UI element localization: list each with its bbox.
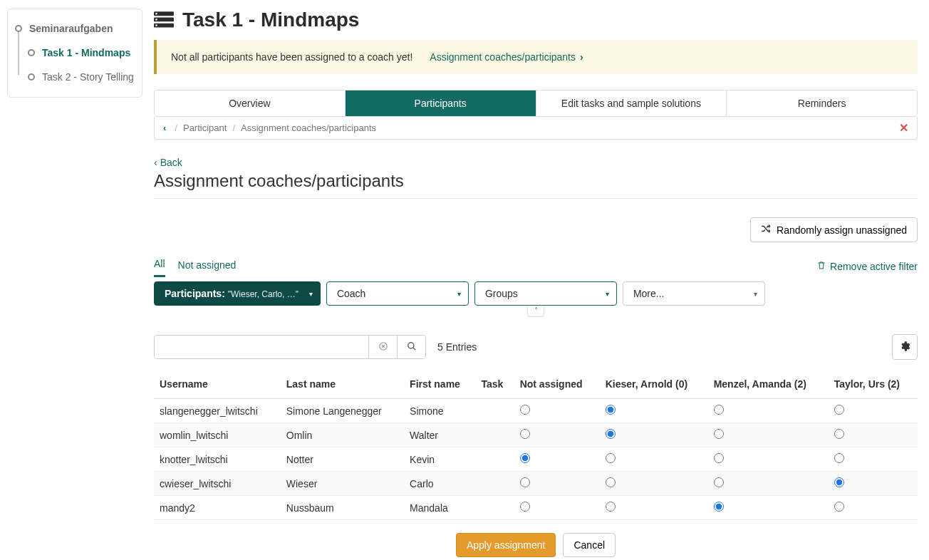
sidebar-nav: Seminaraufgaben Task 1 - Mindmaps Task 2… [7,9,142,98]
search-button[interactable] [397,336,425,358]
cell-task [475,472,514,496]
cell-not-assigned [514,399,600,423]
assign-radio[interactable] [606,405,616,415]
caret-down-icon: ▾ [457,290,461,298]
close-icon[interactable]: ✕ [899,121,908,135]
tab-label: Overview [229,98,270,109]
trash-icon [817,260,826,272]
tab-reminders[interactable]: Reminders [727,90,917,116]
sidebar-item-task1[interactable]: Task 1 - Mindmaps [14,41,136,65]
col-coach-0[interactable]: Kieser, Arnold (0) [600,370,708,399]
cell-coach-2 [829,423,918,447]
tab-participants[interactable]: Participants [346,90,536,116]
cell-lastname: Simone Langenegger [281,399,404,423]
cell-task [475,496,514,520]
cell-username: cwieser_lwitschi [154,472,281,496]
filter-tab-not-assigned[interactable]: Not assigned [178,256,237,276]
remove-filter-label: Remove active filter [830,261,918,272]
cell-coach-0 [600,447,708,472]
randomly-assign-button[interactable]: Randomly assign unassigned [750,217,918,242]
chip-label-prefix: Participants: [165,288,225,299]
cell-firstname: Mandala [404,496,475,520]
main-tabs: Overview Participants Edit tasks and sam… [154,90,918,117]
filter-tabs: All Not assigned Remove active filter [154,255,918,277]
entries-count: 5 Entries [437,341,477,353]
filter-chip-coach[interactable]: Coach ▾ [326,281,469,306]
main-content: Task 1 - Mindmaps Not all participants h… [154,9,922,560]
back-link-label: Back [160,157,182,168]
col-coach-2[interactable]: Taylor, Urs (2) [829,370,918,399]
col-coach-1[interactable]: Menzel, Amanda (2) [708,370,829,399]
assign-radio[interactable] [606,429,616,439]
cell-lastname: Notter [281,447,404,472]
warning-link[interactable]: Assignment coaches/participants › [430,51,583,63]
filter-chip-groups[interactable]: Groups ▾ [474,281,617,306]
assign-radio[interactable] [520,502,530,512]
assign-radio[interactable] [520,477,530,487]
cell-coach-1 [708,472,829,496]
collapse-filters-button[interactable]: ˄ [527,306,544,317]
chip-label: More... [633,288,665,299]
tab-label: Edit tasks and sample solutions [561,98,701,109]
svg-rect-5 [155,24,157,26]
search-input[interactable] [155,336,368,358]
cell-firstname: Walter [404,423,475,447]
breadcrumb-item[interactable]: Participant [183,123,227,133]
assign-radio[interactable] [520,429,530,439]
filter-chip-more[interactable]: More... ▾ [623,281,765,306]
caret-down-icon: ▾ [309,290,313,298]
assign-radio[interactable] [714,477,724,487]
filter-tab-all[interactable]: All [154,255,165,277]
caret-down-icon: ▾ [754,290,757,298]
breadcrumb-back-icon[interactable]: ‹ [163,123,169,133]
sidebar-item-root[interactable]: Seminaraufgaben [14,16,136,41]
cell-coach-1 [708,423,829,447]
assign-radio[interactable] [606,502,616,512]
footer-buttons: Apply assignment Cancel [154,533,918,557]
col-task[interactable]: Task [475,370,514,399]
table-row: mandy2NussbaumMandala [154,496,918,520]
tab-edit-tasks[interactable]: Edit tasks and sample solutions [536,90,727,116]
breadcrumb-item[interactable]: Assignment coaches/participants [241,123,376,133]
assign-radio[interactable] [606,453,616,463]
assign-radio[interactable] [520,453,530,463]
clear-search-button[interactable] [368,336,397,358]
cell-firstname: Carlo [404,472,475,496]
assign-radio[interactable] [834,405,844,415]
tree-node-icon [28,73,35,81]
assign-radio[interactable] [606,477,616,487]
apply-assignment-button[interactable]: Apply assignment [456,533,556,557]
button-label: Randomly assign unassigned [777,224,907,236]
col-username[interactable]: Username [154,370,281,399]
filter-chip-row: Participants: "Wieser, Carlo, …" ▾ Coach… [154,281,918,306]
cell-coach-1 [708,399,829,423]
cell-coach-2 [829,472,918,496]
cell-username: knotter_lwitschi [154,447,281,472]
assign-radio[interactable] [834,453,844,463]
page-title: Task 1 - Mindmaps [154,9,918,31]
breadcrumb-separator: / [232,123,235,133]
filter-chip-participants[interactable]: Participants: "Wieser, Carlo, …" ▾ [154,281,321,306]
breadcrumb-separator: / [175,123,177,133]
col-lastname[interactable]: Last name [281,370,404,399]
back-link[interactable]: ‹ Back [154,157,182,168]
remove-filter-link[interactable]: Remove active filter [817,260,918,272]
assign-radio[interactable] [834,477,844,487]
assign-radio[interactable] [834,502,844,512]
chip-label-value: "Wieser, Carlo, …" [228,289,299,299]
assign-radio[interactable] [714,429,724,439]
assign-radio[interactable] [714,502,724,512]
assign-radio[interactable] [520,405,530,415]
col-not-assigned[interactable]: Not assigned [514,370,600,399]
sidebar-item-label: Seminaraufgaben [29,22,113,35]
cancel-button[interactable]: Cancel [563,533,616,557]
tab-overview[interactable]: Overview [155,90,346,116]
cell-firstname: Simone [404,399,475,423]
assign-radio[interactable] [834,429,844,439]
col-firstname[interactable]: First name [404,370,475,399]
sidebar-item-task2[interactable]: Task 2 - Story Telling [14,65,136,89]
assign-radio[interactable] [714,405,724,415]
gear-icon [899,341,910,354]
assign-radio[interactable] [714,453,724,463]
table-settings-button[interactable] [892,334,918,360]
